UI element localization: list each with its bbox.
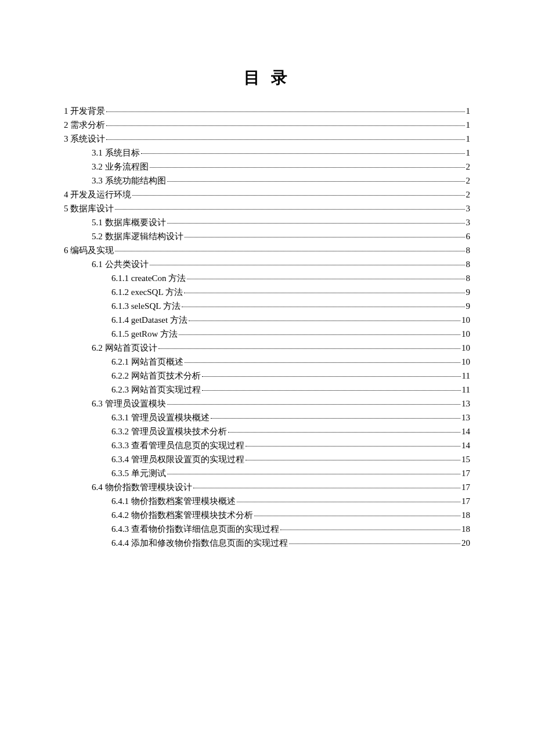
toc-leader-dots — [187, 279, 464, 279]
toc-entry-page: 17 — [461, 466, 470, 480]
toc-entry: 6.2.3 网站首页实现过程11 — [64, 383, 470, 397]
toc-entry-page: 2 — [466, 188, 471, 201]
toc-entry: 6.3.3 查看管理员信息页的实现过程14 — [64, 438, 470, 452]
toc-entry-label: 4 开发及运行环境 — [64, 188, 131, 201]
toc-entry: 6 编码及实现8 — [64, 243, 470, 257]
toc-entry: 6.3 管理员设置模块13 — [64, 397, 470, 411]
toc-entry-label: 6.3.4 管理员权限设置页的实现过程 — [111, 452, 244, 466]
toc-entry-label: 6.2.2 网站首页技术分析 — [111, 369, 201, 383]
toc-leader-dots — [189, 321, 460, 321]
toc-leader-dots — [246, 460, 460, 460]
toc-leader-dots — [115, 209, 464, 210]
toc-entry-page: 18 — [461, 508, 470, 522]
toc-entry-label: 2 需求分析 — [64, 118, 105, 132]
toc-entry: 3.1 系统目标1 — [64, 146, 470, 160]
toc-leader-dots — [211, 418, 460, 419]
toc-entry-label: 3 系统设计 — [64, 132, 105, 146]
toc-title: 目 录 — [64, 67, 470, 89]
toc-entry-page: 8 — [466, 271, 471, 285]
toc-entry: 3 系统设计1 — [64, 132, 470, 146]
toc-entry-page: 8 — [466, 257, 471, 271]
toc-entry: 5.1 数据库概要设计3 — [64, 215, 470, 229]
toc-leader-dots — [179, 334, 460, 335]
toc-entry-label: 6.1 公共类设计 — [92, 257, 149, 271]
toc-entry-page: 9 — [466, 285, 471, 299]
toc-entry-label: 6.4 物价指数管理模块设计 — [92, 480, 192, 494]
toc-entry-label: 6.1.4 getDataset 方法 — [111, 313, 187, 327]
toc-entry-page: 2 — [466, 160, 471, 174]
toc-entry-label: 6.3.1 管理员设置模块概述 — [111, 411, 210, 424]
toc-entry-label: 6.3.2 管理员设置模块技术分析 — [111, 424, 227, 438]
toc-leader-dots — [280, 530, 460, 530]
toc-entry: 3.2 业务流程图2 — [64, 160, 470, 174]
toc-entry: 6.2.1 网站首页概述10 — [64, 355, 470, 369]
toc-entry-page: 1 — [466, 146, 471, 160]
toc-entry-page: 11 — [462, 369, 470, 383]
toc-entry-page: 3 — [466, 215, 471, 229]
toc-entry-label: 6.2 网站首页设计 — [92, 341, 157, 355]
toc-entry-label: 1 开发背景 — [64, 104, 105, 118]
toc-leader-dots — [106, 111, 464, 112]
toc-entry-page: 9 — [466, 299, 471, 313]
toc-entry: 3.3 系统功能结构图2 — [64, 174, 470, 188]
toc-entry-page: 1 — [466, 104, 471, 118]
toc-entry: 6.4 物价指数管理模块设计17 — [64, 480, 470, 494]
toc-entry-page: 10 — [461, 313, 470, 327]
toc-entry: 6.3.1 管理员设置模块概述13 — [64, 411, 470, 424]
toc-leader-dots — [132, 195, 464, 196]
toc-leader-dots — [167, 223, 465, 224]
toc-entry: 2 需求分析1 — [64, 118, 470, 132]
toc-leader-dots — [115, 251, 464, 251]
toc-entry-page: 15 — [461, 452, 470, 466]
toc-entry: 4 开发及运行环境2 — [64, 188, 470, 201]
toc-entry: 6.1 公共类设计8 — [64, 257, 470, 271]
toc-leader-dots — [167, 404, 461, 405]
toc-leader-dots — [185, 362, 460, 363]
toc-leader-dots — [150, 167, 465, 168]
toc-entry-label: 6.1.1 createCon 方法 — [111, 271, 186, 285]
toc-entry-label: 3.3 系统功能结构图 — [92, 174, 166, 188]
toc-entry: 6.4.3 查看物价指数详细信息页面的实现过程18 — [64, 522, 470, 536]
toc-entry-label: 6.4.2 物价指数档案管理模块技术分析 — [111, 508, 253, 522]
toc-entry-page: 13 — [461, 411, 470, 424]
toc-leader-dots — [182, 307, 465, 307]
toc-entry-page: 14 — [461, 438, 470, 452]
toc-entry: 6.2 网站首页设计10 — [64, 341, 470, 355]
toc-entry-page: 14 — [461, 424, 470, 438]
toc-entry: 6.1.3 seleSQL 方法9 — [64, 299, 470, 313]
toc-leader-dots — [167, 474, 460, 474]
toc-entry-page: 10 — [461, 327, 470, 341]
toc-entry-label: 6.2.1 网站首页概述 — [111, 355, 183, 369]
toc-entry-page: 20 — [461, 536, 470, 550]
toc-leader-dots — [202, 390, 461, 391]
toc-entry-page: 13 — [461, 397, 470, 411]
toc-entry-label: 6.3.3 查看管理员信息页的实现过程 — [111, 438, 244, 452]
toc-entry: 5.2 数据库逻辑结构设计6 — [64, 229, 470, 243]
toc-entry: 6.4.2 物价指数档案管理模块技术分析18 — [64, 508, 470, 522]
toc-entry-label: 6.4.4 添加和修改物价指数信息页面的实现过程 — [111, 536, 288, 550]
toc-entry-label: 6.3.5 单元测试 — [111, 466, 166, 480]
toc-leader-dots — [158, 348, 461, 349]
toc-entry-label: 5 数据库设计 — [64, 201, 114, 215]
toc-entry-label: 6.4.1 物价指数档案管理模块概述 — [111, 494, 236, 508]
toc-entry-label: 5.1 数据库概要设计 — [92, 215, 166, 229]
toc-entry-label: 6 编码及实现 — [64, 243, 114, 257]
table-of-contents: 1 开发背景12 需求分析13 系统设计13.1 系统目标13.2 业务流程图2… — [64, 104, 470, 550]
toc-leader-dots — [202, 376, 461, 377]
toc-leader-dots — [106, 125, 464, 126]
toc-entry-page: 6 — [466, 229, 471, 243]
toc-leader-dots — [246, 446, 460, 447]
toc-entry-label: 6.4.3 查看物价指数详细信息页面的实现过程 — [111, 522, 279, 536]
toc-entry-page: 10 — [461, 341, 470, 355]
toc-entry-page: 11 — [462, 383, 470, 397]
toc-entry-label: 6.1.3 seleSQL 方法 — [111, 299, 181, 313]
toc-entry: 6.4.1 物价指数档案管理模块概述17 — [64, 494, 470, 508]
toc-entry-page: 17 — [461, 494, 470, 508]
toc-entry: 5 数据库设计3 — [64, 201, 470, 215]
toc-entry-label: 6.1.2 execSQL 方法 — [111, 285, 183, 299]
toc-entry-label: 3.2 业务流程图 — [92, 160, 149, 174]
toc-entry-page: 10 — [461, 355, 470, 369]
toc-entry-page: 1 — [466, 132, 471, 146]
toc-leader-dots — [185, 237, 465, 237]
toc-entry: 6.1.1 createCon 方法8 — [64, 271, 470, 285]
